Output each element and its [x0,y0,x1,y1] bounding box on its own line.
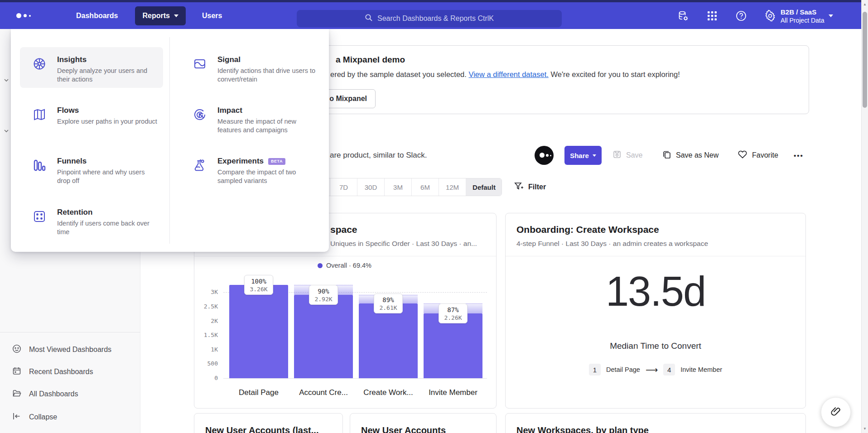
project-name: B2B / SaaS [781,8,824,16]
insights-wheel-icon [32,56,47,72]
sidebar-collapse-button[interactable]: Collapse [0,408,140,427]
arrow-right-icon: ⟶ [646,365,658,375]
report-card-new-workspaces[interactable]: New Workspaces, by plan type [505,413,806,433]
smiley-icon [12,344,22,356]
funnel-card-subtitle: Uniques in Specific Order · Last 30 Days… [330,240,477,248]
bar-value-label: 89% 2.61K [374,293,403,313]
search-placeholder: Search Dashboards & Reports CtrlK [377,14,494,23]
flows-map-icon [32,107,47,122]
report-card-new-user-accounts-last[interactable]: New User Accounts (last... [194,413,343,433]
overflow-menu-button[interactable]: ••• [794,146,804,165]
window-top-edge [0,0,868,2]
apps-grid-icon[interactable] [706,10,718,22]
collapse-icon [12,411,22,423]
y-tick: 500 [197,360,218,367]
share-label: Share [570,152,589,159]
chevron-down-icon[interactable] [3,77,10,85]
scroll-down-arrow[interactable]: ▼ [863,427,867,431]
retention-grid-icon [32,209,47,224]
menu-item-retention[interactable]: Retention Identify if users come back ov… [32,208,168,236]
menu-item-funnels[interactable]: Funnels Pinpoint where and why users dro… [32,157,168,185]
scroll-up-arrow[interactable]: ▲ [863,2,867,6]
metric-card-title: Onboarding: Create Workspace [516,224,659,235]
scrollbar[interactable]: ▲ ▼ [861,0,868,433]
chevron-down-icon[interactable] [3,128,10,136]
impact-swirl-icon [192,107,207,122]
menu-item-flows[interactable]: Flows Explore user paths in your product [32,106,168,126]
divider [506,256,805,256]
sidebar-item-most-viewed-dashboards[interactable]: Most Viewed Dashboards [0,340,140,359]
time-range-3m[interactable]: 3M [384,178,411,196]
x-label: Account Cre... [289,388,357,397]
funnel-steps-summary: 1 Detail Page ⟶ 4 Invite Member [506,364,805,375]
divider [0,332,140,332]
filter-button[interactable]: Filter [514,178,546,196]
funnel-bar-create-workspace[interactable] [359,303,418,378]
banner-title: a Mixpanel demo [336,55,405,65]
nav-dashboards[interactable]: Dashboards [72,7,121,24]
menu-item-experiments[interactable]: Experiments BETA Compare the impact of t… [192,157,328,185]
banner-text-suffix: We're excited for you to start exploring… [549,70,680,78]
chevron-down-icon [593,154,596,157]
menu-item-impact[interactable]: Impact Measure the impact of new feature… [192,106,328,135]
save-as-new-label: Save as New [676,151,719,159]
bar-value-label: 87% 2.26K [439,303,468,323]
nav-reports[interactable]: Reports [135,6,185,25]
settings-gear-icon[interactable] [764,10,776,22]
data-management-icon[interactable] [677,10,689,22]
save-button[interactable]: Save [612,146,642,165]
search-icon [365,14,373,24]
step-to-number: 4 [663,364,675,375]
attachment-fab-button[interactable] [821,397,851,427]
y-tick: 1.5K [197,332,218,338]
menu-item-signal[interactable]: Signal Identify actions that drive users… [192,55,328,84]
median-time-report-card[interactable]: Onboarding: Create Workspace 4-step Funn… [505,213,806,409]
menu-item-insights[interactable]: Insights Deeply analyze your users and t… [32,55,168,84]
menu-item-desc: Pinpoint where and why users drop off [57,168,158,185]
report-card-new-user-accounts[interactable]: New User Accounts [350,413,497,433]
calendar-icon [12,366,22,378]
sidebar-item-label: Most Viewed Dashboards [29,346,111,354]
funnel-bar-account-created[interactable] [294,295,353,378]
menu-item-title: Insights [57,55,168,64]
avatar[interactable] [535,146,554,165]
menu-item-desc: Measure the impact of new features and c… [217,117,318,135]
time-range-segmented-control: 7D 30D 3M 6M 12M Default [312,178,502,196]
menu-item-title: Experiments BETA [217,157,328,166]
funnel-bar-detail-page[interactable] [229,285,288,378]
mixpanel-logo[interactable] [16,13,31,18]
menu-item-desc: Deeply analyze your users and their acti… [57,67,158,84]
time-range-30d[interactable]: 30D [357,178,384,196]
nav-users[interactable]: Users [198,7,226,24]
sidebar-item-label: Collapse [29,413,57,421]
help-icon[interactable] [735,10,747,22]
time-range-7d[interactable]: 7D [330,178,357,196]
experiments-flask-icon [192,158,207,173]
paperclip-icon [830,405,842,419]
x-label: Create Work... [354,388,422,397]
time-range-default[interactable]: Default [466,178,502,196]
share-button[interactable]: Share [564,146,602,165]
view-different-dataset-link[interactable]: View a different dataset. [468,70,548,78]
legend-dot [318,263,323,268]
y-tick: 3K [197,289,218,295]
time-range-12m[interactable]: 12M [439,178,466,196]
project-switcher[interactable]: B2B / SaaS All Project Data [781,6,849,25]
search-input[interactable]: Search Dashboards & Reports CtrlK [297,10,562,27]
sidebar-item-label: Recent Dashboards [29,368,93,376]
scrollbar-thumb[interactable] [863,12,867,108]
sidebar-item-all-dashboards[interactable]: All Dashboards [0,385,140,404]
menu-item-desc: Identify if users come back over time [57,219,158,236]
bottom-card-title: New Workspaces, by plan type [516,425,649,433]
favorite-button[interactable]: Favorite [738,146,778,165]
y-tick: 1K [197,346,218,353]
menu-item-title-text: Experiments [217,157,264,166]
sidebar-item-recent-dashboards[interactable]: Recent Dashboards [0,362,140,381]
legend-label: Overall · 69.4% [326,262,371,269]
menu-item-title: Retention [57,208,168,217]
save-as-new-button[interactable]: Save as New [662,146,719,165]
menu-item-title: Signal [217,55,328,64]
filter-label: Filter [528,183,546,191]
time-range-6m[interactable]: 6M [411,178,439,196]
chart-legend: Overall · 69.4% [318,262,371,269]
